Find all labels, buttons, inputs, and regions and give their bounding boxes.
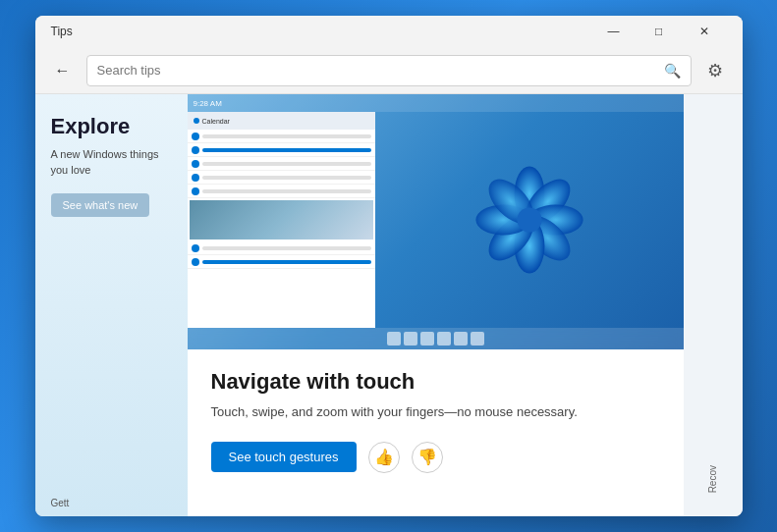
card-right: Recov	[684, 94, 743, 516]
minimize-button[interactable]: —	[591, 16, 637, 47]
sim-row-2	[188, 143, 376, 157]
thumbs-down-icon: 👎	[417, 448, 437, 466]
sim-bar-1	[202, 134, 372, 138]
sim-dot	[194, 118, 199, 124]
card-text-content: Navigate with touch Touch, swipe, and zo…	[188, 349, 684, 516]
window-controls: — □ ✕	[591, 16, 727, 47]
app-window: Tips — □ ✕ ← 🔍 ⚙ Explore A new Windows t…	[35, 16, 743, 516]
sim-window-content	[188, 130, 376, 328]
taskbar-icon-1	[387, 332, 401, 346]
thumbs-down-button[interactable]: 👎	[412, 442, 443, 473]
see-whats-new-button[interactable]: See what's new	[51, 193, 150, 217]
sim-bar-4	[202, 176, 372, 180]
sim-bar-3	[202, 162, 372, 166]
settings-button[interactable]: ⚙	[699, 55, 731, 86]
card-screenshot: 9:28 AM Calendar	[188, 94, 684, 349]
sim-row-4	[188, 171, 376, 185]
back-button[interactable]: ←	[47, 55, 79, 86]
title-bar: Tips — □ ✕	[35, 16, 743, 47]
card-title: Navigate with touch	[211, 369, 660, 395]
card-carousel: Explore A new Windows things you love Se…	[35, 94, 743, 516]
screenshot-left-panel: Calendar	[188, 112, 376, 328]
taskbar-icon-5	[454, 332, 468, 346]
sim-dot-1	[192, 133, 199, 140]
sim-row-6	[188, 241, 376, 255]
sim-row-5	[188, 185, 376, 198]
desktop-time: 9:28 AM	[194, 99, 222, 108]
see-touch-gestures-button[interactable]: See touch gestures	[211, 442, 357, 472]
search-bar: 🔍	[86, 55, 692, 86]
taskbar-icon-4	[437, 332, 451, 346]
toolbar: ← 🔍 ⚙	[35, 47, 743, 94]
explore-title: Explore	[51, 114, 172, 139]
maximize-button[interactable]: □	[637, 16, 682, 47]
sim-bar-7	[202, 260, 372, 264]
search-input[interactable]	[97, 63, 656, 78]
sim-row-3	[188, 157, 376, 171]
sim-row-1	[188, 130, 376, 143]
explore-desc: A new Windows things you love	[51, 147, 172, 178]
thumbs-up-icon: 👍	[374, 448, 394, 466]
sim-dot-7	[192, 258, 199, 266]
sim-bar-2	[202, 148, 372, 152]
search-icon[interactable]: 🔍	[664, 63, 681, 79]
desktop-topbar: 9:28 AM	[188, 94, 684, 112]
sim-dot-2	[192, 146, 199, 154]
window-title: Tips	[51, 25, 73, 38]
card-explore: Explore A new Windows things you love Se…	[35, 94, 188, 516]
win11-flower	[375, 112, 683, 328]
card-touch: 9:28 AM Calendar	[188, 94, 684, 516]
sim-dot-5	[192, 187, 199, 195]
taskbar-icon-6	[471, 332, 484, 346]
thumbs-up-button[interactable]: 👍	[368, 442, 400, 473]
close-button[interactable]: ✕	[682, 16, 727, 47]
taskbar-icon-3	[420, 332, 434, 346]
desktop-taskbar	[188, 328, 684, 349]
card-actions: See touch gestures 👍 👎	[211, 442, 660, 473]
sim-photo	[190, 200, 374, 239]
sim-dot-6	[192, 244, 199, 252]
taskbar-icon-2	[404, 332, 417, 346]
svg-point-8	[517, 207, 541, 232]
sim-app-name: Calendar	[202, 118, 230, 125]
sim-dot-4	[192, 174, 199, 182]
sim-bar-5	[202, 189, 372, 193]
sim-window-header: Calendar	[188, 112, 376, 130]
card-description: Touch, swipe, and zoom with your fingers…	[211, 402, 660, 422]
sim-bar-6	[202, 246, 372, 250]
explore-bottom-label: Gett	[51, 498, 70, 508]
content-area: Explore A new Windows things you love Se…	[35, 94, 743, 516]
sim-dot-3	[192, 160, 199, 168]
sim-row-7	[188, 255, 376, 269]
card-right-label: Recov	[707, 465, 718, 493]
desktop-simulation: 9:28 AM Calendar	[188, 94, 684, 349]
